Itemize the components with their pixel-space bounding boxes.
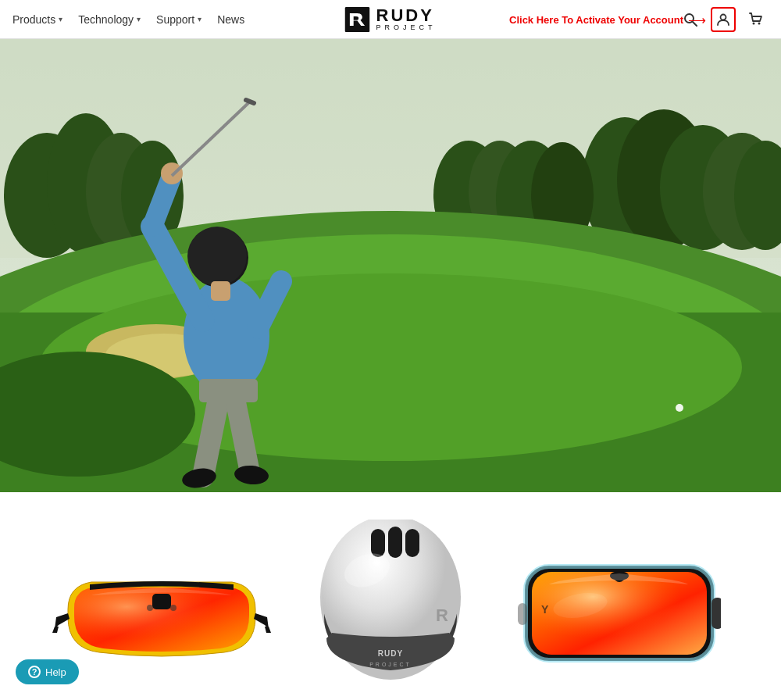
- activate-text: Click Here To Activate Your Account: [509, 13, 683, 25]
- svg-line-29: [203, 398, 219, 477]
- logo[interactable]: RUDY PROJECT: [344, 7, 436, 32]
- svg-rect-43: [211, 281, 230, 301]
- activate-arrow-icon: ⟶: [688, 12, 706, 27]
- goggles-svg: Y: [518, 555, 721, 680]
- svg-rect-68: [518, 603, 527, 625]
- sunglasses-image: [52, 555, 271, 680]
- helmet-image: RUDY PROJECT R: [297, 523, 484, 680]
- svg-rect-0: [344, 7, 369, 32]
- svg-point-4: [753, 22, 755, 24]
- svg-point-42: [187, 227, 247, 286]
- nav-products-label: Products: [12, 13, 55, 26]
- account-button[interactable]: [711, 7, 736, 32]
- svg-rect-53: [388, 527, 402, 558]
- activate-message: Click Here To Activate Your Account ⟶: [509, 12, 706, 27]
- help-button[interactable]: ? Help: [16, 659, 79, 684]
- nav-support-label: Support: [156, 13, 194, 26]
- products-chevron-icon: ▾: [59, 15, 62, 23]
- svg-point-45: [147, 605, 153, 611]
- nav-technology[interactable]: Technology ▾: [78, 13, 141, 26]
- technology-chevron-icon: ▾: [137, 15, 141, 23]
- hero-section: [0, 39, 781, 492]
- help-label: Help: [45, 666, 66, 678]
- svg-text:Y: Y: [541, 603, 549, 616]
- hero-image: [0, 39, 781, 492]
- nav-technology-label: Technology: [78, 13, 134, 26]
- header-right: Click Here To Activate Your Account ⟶: [678, 7, 769, 32]
- cart-button[interactable]: [744, 7, 769, 32]
- svg-text:R: R: [436, 605, 448, 625]
- logo-icon: [344, 7, 369, 32]
- support-chevron-icon: ▾: [198, 15, 201, 23]
- helmet-svg: RUDY PROJECT R: [305, 520, 476, 684]
- help-icon-label: ?: [32, 667, 37, 677]
- product-helmet[interactable]: RUDY PROJECT R: [281, 523, 500, 680]
- products-section: RUDY PROJECT R: [0, 492, 781, 700]
- svg-point-28: [676, 404, 683, 412]
- svg-point-38: [161, 162, 183, 184]
- account-icon: [716, 12, 730, 27]
- header: Products ▾ Technology ▾ Support ▾ News R…: [0, 0, 781, 39]
- product-goggles[interactable]: Y: [510, 555, 729, 680]
- svg-text:PROJECT: PROJECT: [369, 662, 412, 667]
- svg-rect-34: [199, 379, 258, 402]
- svg-text:RUDY: RUDY: [378, 649, 403, 658]
- nav-left: Products ▾ Technology ▾ Support ▾ News: [12, 13, 244, 26]
- nav-news[interactable]: News: [217, 13, 244, 26]
- svg-rect-52: [371, 529, 385, 557]
- logo-rudy: RUDY: [376, 7, 436, 24]
- svg-rect-54: [405, 529, 419, 557]
- nav-products[interactable]: Products ▾: [12, 13, 62, 26]
- nav-news-label: News: [217, 13, 244, 26]
- svg-point-46: [170, 605, 177, 611]
- svg-point-3: [721, 14, 726, 20]
- svg-line-40: [246, 100, 254, 103]
- logo-text: RUDY PROJECT: [376, 7, 436, 31]
- product-sunglasses[interactable]: [52, 555, 271, 680]
- svg-rect-65: [711, 598, 721, 629]
- logo-project: PROJECT: [376, 24, 436, 31]
- help-icon: ?: [28, 666, 41, 678]
- svg-rect-44: [152, 594, 171, 609]
- goggles-image: Y: [518, 555, 721, 680]
- nav-support[interactable]: Support ▾: [156, 13, 201, 26]
- svg-point-5: [758, 22, 761, 24]
- cart-icon: [749, 12, 763, 27]
- sunglasses-svg: [52, 562, 271, 672]
